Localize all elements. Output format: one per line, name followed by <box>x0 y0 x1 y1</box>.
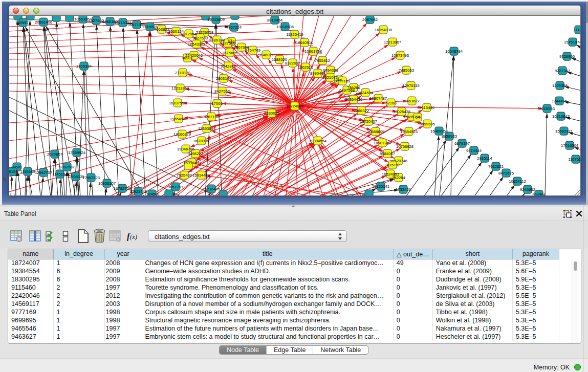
svg-text:1145194: 1145194 <box>52 172 68 177</box>
svg-text:16107553: 16107553 <box>169 101 186 105</box>
svg-text:10688609: 10688609 <box>367 129 384 134</box>
svg-text:04: 04 <box>416 115 420 120</box>
svg-text:10654112: 10654112 <box>509 179 526 184</box>
svg-text:12353594: 12353594 <box>198 126 216 131</box>
svg-text:15692971: 15692971 <box>555 129 573 134</box>
svg-text:2530025: 2530025 <box>264 111 279 116</box>
svg-text:9327503: 9327503 <box>192 36 208 40</box>
svg-text:6497568: 6497568 <box>339 88 355 93</box>
svg-text:9084067: 9084067 <box>380 151 395 156</box>
svg-text:12213363: 12213363 <box>171 86 189 91</box>
svg-text:15136141: 15136141 <box>372 184 389 189</box>
svg-text:2105334: 2105334 <box>76 64 92 69</box>
svg-text:9657791: 9657791 <box>168 185 183 189</box>
svg-text:10025438: 10025438 <box>393 110 410 114</box>
svg-text:9227342: 9227342 <box>555 69 570 73</box>
svg-text:10973493: 10973493 <box>391 53 409 58</box>
svg-text:16543382: 16543382 <box>188 42 205 47</box>
svg-text:17006: 17006 <box>211 101 222 106</box>
svg-text:23226058: 23226058 <box>196 30 213 35</box>
svg-text:19218506: 19218506 <box>276 25 294 29</box>
svg-text:1615192: 1615192 <box>385 163 400 167</box>
svg-text:19166829: 19166829 <box>173 132 191 137</box>
svg-text:19654923: 19654923 <box>400 129 418 134</box>
svg-text:9515440: 9515440 <box>419 105 434 110</box>
svg-text:9245652: 9245652 <box>520 187 535 192</box>
svg-text:17957223: 17957223 <box>82 176 100 180</box>
svg-text:11124: 11124 <box>574 28 581 32</box>
svg-text:8938923: 8938923 <box>442 134 457 139</box>
svg-text:3498222: 3498222 <box>188 151 203 156</box>
svg-text:8813054: 8813054 <box>267 18 283 23</box>
svg-text:1527602: 1527602 <box>89 18 104 23</box>
svg-text:252254: 252254 <box>392 176 405 180</box>
svg-text:1733426: 1733426 <box>396 187 411 192</box>
svg-text:16782759: 16782759 <box>114 186 131 191</box>
svg-text:9777169: 9777169 <box>335 79 350 83</box>
svg-text:2087682: 2087682 <box>362 17 378 22</box>
svg-text:2803144: 2803144 <box>216 76 232 81</box>
svg-text:2718170: 2718170 <box>175 71 190 75</box>
svg-text:9463627: 9463627 <box>404 99 420 103</box>
svg-text:6794028: 6794028 <box>323 68 338 73</box>
svg-text:1167533: 1167533 <box>568 157 581 162</box>
svg-text:18640910: 18640910 <box>296 40 313 45</box>
svg-text:20691406: 20691406 <box>35 20 52 25</box>
svg-text:17359924: 17359924 <box>68 150 86 155</box>
svg-text:17016504: 17016504 <box>561 143 579 148</box>
svg-text:16154838: 16154838 <box>375 28 392 32</box>
svg-text:10958107: 10958107 <box>98 181 116 186</box>
svg-text:8427552: 8427552 <box>214 89 230 94</box>
svg-text:9329966: 9329966 <box>559 54 575 59</box>
svg-text:19654923: 19654923 <box>170 117 187 121</box>
svg-text:16099489: 16099489 <box>183 161 201 165</box>
svg-text:39159: 39159 <box>9 169 18 174</box>
svg-text:16409954: 16409954 <box>430 129 448 134</box>
svg-text:7485063: 7485063 <box>399 68 414 73</box>
svg-text:6899695: 6899695 <box>420 122 435 126</box>
svg-text:8454749: 8454749 <box>245 48 260 53</box>
svg-text:7632621: 7632621 <box>488 164 504 169</box>
svg-text:924564: 924564 <box>532 192 546 196</box>
svg-text:8471676: 8471676 <box>498 171 514 176</box>
svg-text:10756928: 10756928 <box>396 144 413 149</box>
svg-text:12942757: 12942757 <box>35 170 52 175</box>
svg-text:9327508: 9327508 <box>220 41 235 46</box>
svg-text:3624534: 3624534 <box>358 91 374 95</box>
svg-text:7625402: 7625402 <box>177 173 192 178</box>
svg-text:16033809: 16033809 <box>207 17 225 22</box>
svg-text:12975115: 12975115 <box>402 83 420 88</box>
svg-text:8215953: 8215953 <box>539 106 555 111</box>
svg-text:7955812: 7955812 <box>315 58 330 63</box>
svg-text:8267190: 8267190 <box>204 115 219 119</box>
svg-text:12923448: 12923448 <box>129 189 147 194</box>
svg-text:18724007: 18724007 <box>286 104 303 108</box>
svg-text:10961758: 10961758 <box>304 49 322 54</box>
svg-text:2020657: 2020657 <box>47 152 62 157</box>
svg-text:1362615: 1362615 <box>298 65 313 70</box>
svg-text:16648784: 16648784 <box>445 49 463 54</box>
svg-text:12213967: 12213967 <box>384 40 401 45</box>
svg-text:7663822: 7663822 <box>154 27 169 32</box>
svg-text:7386322: 7386322 <box>354 108 369 113</box>
svg-text:1209358: 1209358 <box>552 83 568 88</box>
svg-text:15720407: 15720407 <box>360 119 377 124</box>
svg-text:15716485: 15716485 <box>203 187 220 191</box>
svg-text:98901: 98901 <box>182 56 192 60</box>
svg-text:19384554: 19384554 <box>309 139 327 143</box>
svg-text:88501: 88501 <box>11 165 22 169</box>
svg-text:11325419: 11325419 <box>286 32 303 37</box>
svg-text:9474444: 9474444 <box>466 148 482 153</box>
svg-text:3675685: 3675685 <box>222 51 237 55</box>
svg-text:15751074: 15751074 <box>564 40 581 45</box>
svg-text:16210643: 16210643 <box>552 114 570 119</box>
svg-text:9242848: 9242848 <box>221 64 236 69</box>
svg-text:1115689: 1115689 <box>20 169 35 174</box>
svg-text:10807487: 10807487 <box>369 96 387 101</box>
svg-text:16914479: 16914479 <box>192 173 210 178</box>
svg-text:9397587: 9397587 <box>59 165 75 169</box>
svg-text:9146821: 9146821 <box>258 53 274 57</box>
svg-text:6879197: 6879197 <box>454 141 470 146</box>
svg-text:1405571: 1405571 <box>15 20 31 25</box>
svg-text:7357224: 7357224 <box>226 25 242 30</box>
